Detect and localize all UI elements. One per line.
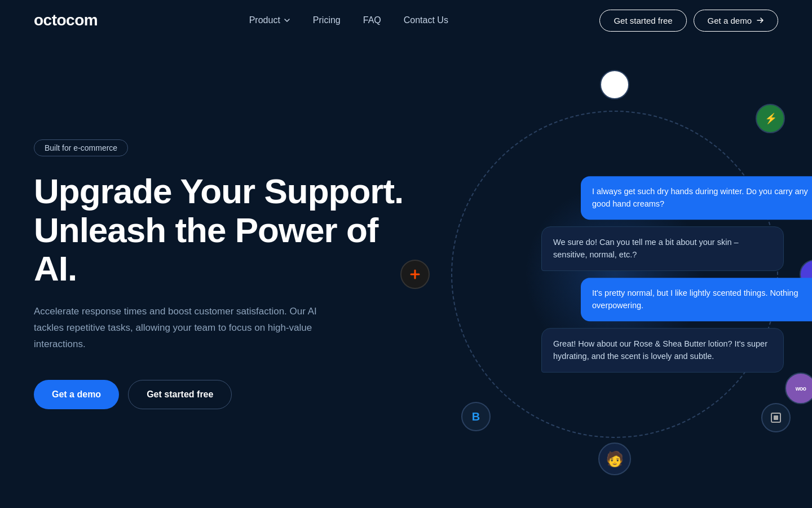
- square-icon: [761, 403, 791, 432]
- zendesk-icon: ⚡: [756, 104, 785, 133]
- hero-description: Accelerate response times and boost cust…: [34, 304, 327, 353]
- chat-bubble-bot-2: Great! How about our Rose & Shea Butter …: [541, 328, 784, 373]
- nav-item-contact[interactable]: Contact Us: [404, 15, 448, 25]
- svg-rect-1: [774, 415, 778, 420]
- chat-text-user-1: I always get such dry hands during winte…: [592, 187, 808, 208]
- navbar: octocom Product Pricing FAQ Contact Us G…: [0, 0, 812, 41]
- chat-visual: 🛍 ⚡ F woo 🧑 B: [395, 54, 812, 494]
- chevron-down-icon: [284, 17, 290, 24]
- hero-badge: Built for e-commerce: [34, 139, 128, 156]
- hero-title-line2: Unleash the Power of AI.: [34, 211, 378, 288]
- chat-text-user-2: It's pretty normal, but I like lightly s…: [592, 288, 798, 310]
- get-demo-label: Get a demo: [708, 16, 752, 25]
- chat-bubble-bot-1: We sure do! Can you tell me a bit about …: [541, 226, 784, 271]
- shopify-icon: 🛍: [600, 70, 629, 99]
- get-demo-button[interactable]: Get a demo: [694, 10, 778, 32]
- get-started-button[interactable]: Get started free: [599, 10, 686, 32]
- avatar-bot-icon: 🧑: [598, 443, 631, 475]
- nav-item-product[interactable]: Product: [249, 15, 290, 25]
- woocommerce-icon: woo: [785, 373, 812, 404]
- bigcommerce-icon: B: [461, 402, 491, 431]
- arrow-right-icon: [756, 16, 764, 24]
- hero-title: Upgrade Your Support. Unleash the Power …: [34, 172, 406, 288]
- nav-item-pricing[interactable]: Pricing: [313, 15, 341, 25]
- main-content: Built for e-commerce Upgrade Your Suppor…: [0, 41, 812, 508]
- nav-item-faq[interactable]: FAQ: [363, 15, 381, 25]
- chat-container: I always get such dry hands during winte…: [541, 176, 812, 373]
- hero-title-line1: Upgrade Your Support.: [34, 172, 403, 211]
- chat-text-bot-2: Great! How about our Rose & Shea Butter …: [553, 339, 767, 361]
- hero-demo-button[interactable]: Get a demo: [34, 380, 119, 409]
- chat-bubble-user-2: It's pretty normal, but I like lightly s…: [581, 278, 812, 321]
- hero-buttons: Get a demo Get started free: [34, 380, 406, 409]
- hero-started-button[interactable]: Get started free: [128, 380, 232, 409]
- chat-text-bot-1: We sure do! Can you tell me a bit about …: [553, 238, 739, 259]
- logo[interactable]: octocom: [34, 11, 98, 29]
- hero-text: Built for e-commerce Upgrade Your Suppor…: [34, 139, 406, 409]
- chat-bubble-user-1: I always get such dry hands during winte…: [581, 176, 812, 220]
- nav-actions: Get started free Get a demo: [599, 10, 778, 32]
- nav-product-label: Product: [249, 15, 280, 25]
- nav-links: Product Pricing FAQ Contact Us: [249, 15, 448, 25]
